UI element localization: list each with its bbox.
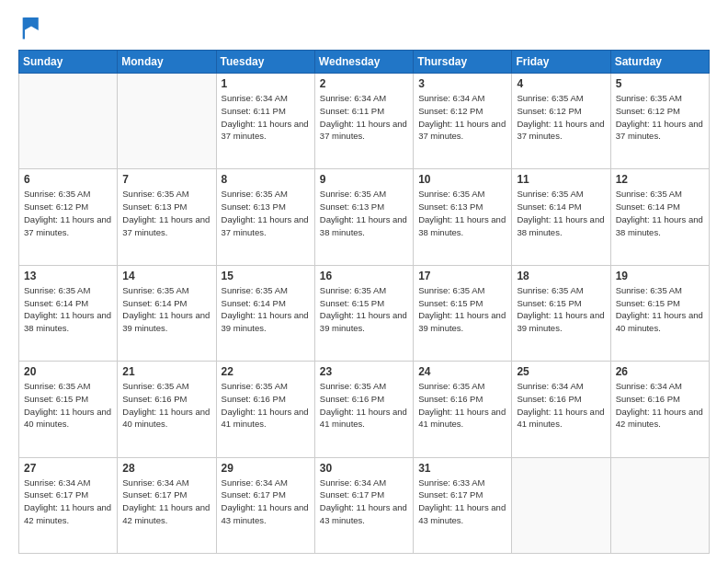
day-info: Sunrise: 6:35 AMSunset: 6:13 PMDaylight:…	[320, 188, 408, 238]
day-number: 11	[517, 173, 605, 186]
day-info: Sunrise: 6:35 AMSunset: 6:14 PMDaylight:…	[517, 188, 605, 238]
calendar-cell: 29Sunrise: 6:34 AMSunset: 6:17 PMDayligh…	[216, 457, 314, 553]
calendar-cell: 7Sunrise: 6:35 AMSunset: 6:13 PMDaylight…	[118, 169, 216, 265]
calendar-cell: 31Sunrise: 6:33 AMSunset: 6:17 PMDayligh…	[414, 457, 512, 553]
day-number: 8	[222, 173, 310, 186]
calendar-cell: 20Sunrise: 6:35 AMSunset: 6:15 PMDayligh…	[19, 362, 118, 457]
day-number: 12	[616, 173, 704, 186]
day-info: Sunrise: 6:35 AMSunset: 6:15 PMDaylight:…	[418, 284, 506, 335]
week-row-4: 20Sunrise: 6:35 AMSunset: 6:15 PMDayligh…	[19, 362, 710, 457]
day-number: 1	[222, 77, 310, 90]
day-info: Sunrise: 6:35 AMSunset: 6:12 PMDaylight:…	[616, 92, 704, 143]
calendar-cell: 6Sunrise: 6:35 AMSunset: 6:12 PMDaylight…	[19, 169, 118, 265]
day-number: 9	[320, 173, 408, 186]
calendar-cell: 23Sunrise: 6:35 AMSunset: 6:16 PMDayligh…	[314, 362, 413, 457]
day-number: 16	[320, 270, 408, 282]
day-number: 23	[320, 365, 408, 378]
calendar-cell: 30Sunrise: 6:34 AMSunset: 6:17 PMDayligh…	[314, 457, 413, 553]
day-info: Sunrise: 6:35 AMSunset: 6:14 PMDaylight:…	[24, 284, 112, 335]
calendar-cell: 16Sunrise: 6:35 AMSunset: 6:15 PMDayligh…	[314, 265, 413, 361]
day-info: Sunrise: 6:35 AMSunset: 6:16 PMDaylight:…	[320, 380, 408, 431]
calendar-cell: 17Sunrise: 6:35 AMSunset: 6:15 PMDayligh…	[414, 265, 512, 361]
week-row-2: 6Sunrise: 6:35 AMSunset: 6:12 PMDaylight…	[19, 169, 710, 265]
day-number: 15	[222, 270, 310, 282]
calendar-cell: 24Sunrise: 6:35 AMSunset: 6:16 PMDayligh…	[414, 362, 512, 457]
calendar-cell: 15Sunrise: 6:35 AMSunset: 6:14 PMDayligh…	[216, 265, 314, 361]
day-info: Sunrise: 6:35 AMSunset: 6:13 PMDaylight:…	[222, 188, 310, 238]
weekday-header-sunday: Sunday	[19, 51, 118, 74]
day-info: Sunrise: 6:35 AMSunset: 6:16 PMDaylight:…	[222, 380, 310, 431]
day-info: Sunrise: 6:34 AMSunset: 6:17 PMDaylight:…	[320, 477, 408, 527]
calendar-cell: 27Sunrise: 6:34 AMSunset: 6:17 PMDayligh…	[19, 457, 118, 553]
calendar-cell	[610, 457, 709, 553]
day-info: Sunrise: 6:35 AMSunset: 6:12 PMDaylight:…	[517, 92, 605, 143]
calendar-cell: 25Sunrise: 6:34 AMSunset: 6:16 PMDayligh…	[512, 362, 610, 457]
calendar-table: SundayMondayTuesdayWednesdayThursdayFrid…	[18, 50, 710, 554]
day-number: 18	[517, 270, 605, 282]
day-info: Sunrise: 6:35 AMSunset: 6:14 PMDaylight:…	[122, 284, 210, 335]
weekday-header-monday: Monday	[118, 51, 216, 74]
header	[18, 15, 710, 40]
calendar-cell: 21Sunrise: 6:35 AMSunset: 6:16 PMDayligh…	[118, 362, 216, 457]
calendar-cell: 10Sunrise: 6:35 AMSunset: 6:13 PMDayligh…	[414, 169, 512, 265]
calendar-cell: 26Sunrise: 6:34 AMSunset: 6:16 PMDayligh…	[610, 362, 709, 457]
day-number: 6	[24, 173, 112, 186]
calendar-cell: 4Sunrise: 6:35 AMSunset: 6:12 PMDaylight…	[512, 74, 610, 169]
day-number: 29	[222, 462, 310, 475]
day-info: Sunrise: 6:34 AMSunset: 6:11 PMDaylight:…	[320, 92, 408, 143]
week-row-3: 13Sunrise: 6:35 AMSunset: 6:14 PMDayligh…	[19, 265, 710, 361]
calendar-cell: 5Sunrise: 6:35 AMSunset: 6:12 PMDaylight…	[610, 74, 709, 169]
day-number: 19	[616, 270, 704, 282]
day-info: Sunrise: 6:34 AMSunset: 6:11 PMDaylight:…	[222, 92, 310, 143]
day-number: 14	[122, 270, 210, 282]
calendar-cell: 1Sunrise: 6:34 AMSunset: 6:11 PMDaylight…	[216, 74, 314, 169]
calendar-cell: 13Sunrise: 6:35 AMSunset: 6:14 PMDayligh…	[19, 265, 118, 361]
calendar-cell: 14Sunrise: 6:35 AMSunset: 6:14 PMDayligh…	[118, 265, 216, 361]
weekday-header-wednesday: Wednesday	[314, 51, 413, 74]
weekday-header-thursday: Thursday	[414, 51, 512, 74]
day-number: 10	[418, 173, 506, 186]
page: SundayMondayTuesdayWednesdayThursdayFrid…	[0, 0, 728, 563]
day-number: 31	[418, 462, 506, 475]
day-number: 2	[320, 77, 408, 90]
calendar-cell: 18Sunrise: 6:35 AMSunset: 6:15 PMDayligh…	[512, 265, 610, 361]
day-info: Sunrise: 6:34 AMSunset: 6:16 PMDaylight:…	[616, 380, 704, 431]
day-info: Sunrise: 6:35 AMSunset: 6:15 PMDaylight:…	[24, 380, 112, 431]
day-info: Sunrise: 6:35 AMSunset: 6:16 PMDaylight:…	[122, 380, 210, 431]
day-number: 5	[616, 77, 704, 90]
day-info: Sunrise: 6:33 AMSunset: 6:17 PMDaylight:…	[418, 477, 506, 527]
day-number: 21	[122, 365, 210, 378]
day-info: Sunrise: 6:35 AMSunset: 6:15 PMDaylight:…	[616, 284, 704, 335]
calendar-cell: 9Sunrise: 6:35 AMSunset: 6:13 PMDaylight…	[314, 169, 413, 265]
day-number: 13	[24, 270, 112, 282]
generalblue-logo-icon	[18, 15, 44, 40]
calendar-cell: 19Sunrise: 6:35 AMSunset: 6:15 PMDayligh…	[610, 265, 709, 361]
day-info: Sunrise: 6:35 AMSunset: 6:15 PMDaylight:…	[320, 284, 408, 335]
week-row-1: 1Sunrise: 6:34 AMSunset: 6:11 PMDaylight…	[19, 74, 710, 169]
day-number: 22	[222, 365, 310, 378]
weekday-header-row: SundayMondayTuesdayWednesdayThursdayFrid…	[19, 51, 710, 74]
calendar-cell: 3Sunrise: 6:34 AMSunset: 6:12 PMDaylight…	[414, 74, 512, 169]
day-info: Sunrise: 6:35 AMSunset: 6:14 PMDaylight:…	[222, 284, 310, 335]
day-number: 7	[122, 173, 210, 186]
day-info: Sunrise: 6:34 AMSunset: 6:17 PMDaylight:…	[222, 477, 310, 527]
day-number: 4	[517, 77, 605, 90]
calendar-cell: 12Sunrise: 6:35 AMSunset: 6:14 PMDayligh…	[610, 169, 709, 265]
day-number: 24	[418, 365, 506, 378]
day-info: Sunrise: 6:35 AMSunset: 6:12 PMDaylight:…	[24, 188, 112, 238]
calendar-cell	[512, 457, 610, 553]
day-number: 20	[24, 365, 112, 378]
day-info: Sunrise: 6:35 AMSunset: 6:13 PMDaylight:…	[122, 188, 210, 238]
day-number: 30	[320, 462, 408, 475]
calendar-cell: 28Sunrise: 6:34 AMSunset: 6:17 PMDayligh…	[118, 457, 216, 553]
week-row-5: 27Sunrise: 6:34 AMSunset: 6:17 PMDayligh…	[19, 457, 710, 553]
day-info: Sunrise: 6:35 AMSunset: 6:16 PMDaylight:…	[418, 380, 506, 431]
calendar-cell: 22Sunrise: 6:35 AMSunset: 6:16 PMDayligh…	[216, 362, 314, 457]
calendar-cell	[118, 74, 216, 169]
day-info: Sunrise: 6:35 AMSunset: 6:14 PMDaylight:…	[616, 188, 704, 238]
day-number: 27	[24, 462, 112, 475]
calendar-cell	[19, 74, 118, 169]
day-number: 17	[418, 270, 506, 282]
weekday-header-friday: Friday	[512, 51, 610, 74]
calendar-cell: 11Sunrise: 6:35 AMSunset: 6:14 PMDayligh…	[512, 169, 610, 265]
